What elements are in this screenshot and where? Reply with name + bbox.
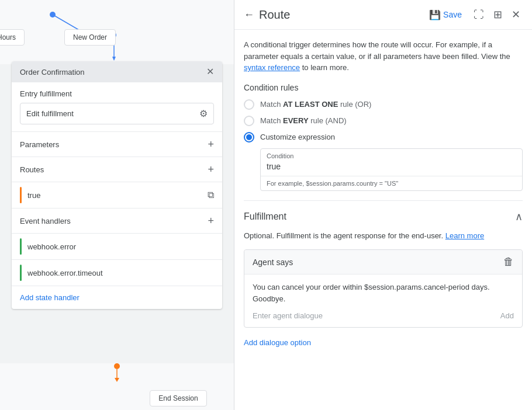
add-route-button[interactable]: + [208,164,214,175]
condition-label: Condition [261,149,522,159]
flow-node-hours[interactable]: Hours [0,29,25,46]
radio-custom-label: Customize expression [260,133,335,141]
edit-fulfillment-row[interactable]: Edit fulfillment ⚙ [20,103,214,124]
add-dialogue-option-button[interactable]: Add dialogue option [244,338,311,347]
route-item-label: true [27,191,208,200]
card-header: Order Confirmation ✕ [12,61,222,82]
route-indicator [20,187,22,203]
agent-says-header: Agent says 🗑 [244,250,522,275]
svg-point-6 [114,363,120,369]
flow-node-end-session[interactable]: End Session [150,390,206,406]
divider [244,200,523,201]
agent-says-title: Agent says [253,258,293,267]
event-label-1: webhook.error [27,242,76,251]
agent-dialogue-input[interactable] [253,311,496,320]
event-handler-webhook-error[interactable]: webhook.error [12,234,222,260]
radio-or[interactable]: Match AT LEAST ONE rule (OR) [244,99,523,110]
route-copy-icon[interactable]: ⧉ [208,190,214,200]
learn-more-link[interactable]: Learn more [445,231,484,240]
flow-node-new-order[interactable]: New Order [64,29,116,46]
add-state-handler-button[interactable]: Add state handler [12,286,222,309]
routes-section-header: Routes + [12,157,222,182]
entry-fulfillment-section: Entry fulfillment Edit fulfillment ⚙ [12,82,222,132]
close-button[interactable]: ✕ [509,6,523,23]
back-button[interactable]: ← [244,9,254,21]
syntax-reference-link[interactable]: syntax reference [244,63,300,72]
save-icon: 💾 [429,9,441,20]
condition-input[interactable] [261,159,522,176]
svg-marker-5 [112,57,116,61]
card-title: Order Confirmation [20,68,85,77]
radio-and-circle [244,116,254,126]
svg-marker-8 [115,378,119,382]
radio-custom-inner [246,134,252,140]
routes-label: Routes [20,165,44,174]
card-close-button[interactable]: ✕ [206,67,214,77]
add-event-handler-button[interactable]: + [208,216,214,226]
description-text: A conditional trigger determines how the… [244,39,523,74]
fulfillment-header: Fulfillment ∧ [244,210,523,223]
grid-button[interactable]: ⊞ [491,6,505,23]
event-handlers-label: Event handlers [20,217,71,225]
left-panel: Hours New Order Order Confirmation ✕ Ent… [0,0,234,410]
condition-rules-heading: Condition rules [244,83,523,92]
delete-agent-says-button[interactable]: 🗑 [503,256,514,268]
agent-says-content: You can cancel your order within $sessio… [244,275,522,327]
collapse-fulfillment-button[interactable]: ∧ [515,210,523,223]
parameters-section: Parameters + [12,132,222,157]
agent-says-card: Agent says 🗑 You can cancel your order w… [244,249,523,328]
svg-point-2 [50,12,56,18]
right-panel: ← Route 💾 Save ⛶ ⊞ ✕ A conditional trigg… [234,0,532,410]
fulfillment-description: Optional. Fulfillment is the agent respo… [244,230,523,242]
condition-box: Condition For example, $session.params.c… [260,148,523,191]
condition-hint: For example, $session.params.country = "… [261,176,522,190]
right-content: A conditional trigger determines how the… [234,30,532,410]
radio-and-label: Match EVERY rule (AND) [260,116,347,125]
agent-input-row: Add [253,311,514,320]
parameters-label: Parameters [20,140,59,149]
radio-and[interactable]: Match EVERY rule (AND) [244,116,523,126]
order-confirmation-card: Order Confirmation ✕ Entry fulfillment E… [12,61,222,309]
event-label-2: webhook.error.timeout [27,269,103,277]
fullscreen-button[interactable]: ⛶ [471,6,486,23]
fulfillment-icon: ⚙ [199,108,208,119]
bottom-flow: End Session [0,363,234,410]
entry-fulfillment-label: Entry fulfillment [20,89,214,98]
edit-fulfillment-text: Edit fulfillment [26,109,74,118]
route-item-true[interactable]: true ⧉ [12,182,222,209]
radio-or-circle [244,99,254,110]
flow-canvas: Hours New Order [0,0,234,64]
event-handlers-section-header: Event handlers + [12,209,222,234]
radio-or-label: Match AT LEAST ONE rule (OR) [260,100,371,109]
add-parameter-button[interactable]: + [208,139,214,150]
radio-custom-circle [244,132,254,143]
add-dialogue-text-button[interactable]: Add [500,311,514,320]
save-button[interactable]: 💾 Save [424,7,467,23]
save-label: Save [443,10,462,19]
event-indicator-2 [20,265,22,281]
radio-custom[interactable]: Customize expression [244,132,523,143]
event-handler-webhook-timeout[interactable]: webhook.error.timeout [12,260,222,286]
fulfillment-title: Fulfillment [244,211,286,222]
right-header: ← Route 💾 Save ⛶ ⊞ ✕ [234,0,532,30]
event-indicator-1 [20,238,22,255]
route-title: Route [259,8,420,22]
header-icons: ⛶ ⊞ ✕ [471,6,523,23]
agent-message: You can cancel your order within $sessio… [253,282,514,304]
